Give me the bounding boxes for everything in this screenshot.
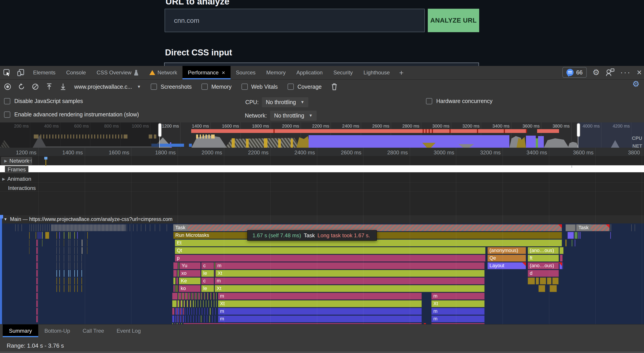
flame-sliver (216, 300, 217, 307)
tooltip-warning: Long task took 1.67 s. (318, 232, 370, 239)
flame-sliver (29, 247, 30, 254)
flame-sliver (193, 316, 194, 322)
flame-sliver (214, 293, 215, 300)
flame-bar[interactable]: Xt (216, 270, 484, 277)
flame-bar[interactable]: m (218, 316, 422, 322)
flame-sliver (203, 300, 204, 307)
flame-bar[interactable]: m (218, 308, 422, 315)
flame-sliver (194, 308, 194, 315)
flame-bar[interactable]: (anonymous) (488, 247, 526, 254)
flame-sliver (198, 293, 200, 300)
flame-bar[interactable]: Yu (180, 262, 200, 269)
flame-sliver (44, 224, 44, 231)
flame-bar[interactable]: le (201, 270, 214, 277)
flame-sliver (210, 308, 211, 315)
flame-sliver (38, 232, 38, 239)
flame-bar[interactable]: (ano…ous) (528, 247, 559, 254)
flame-bar (176, 285, 176, 292)
flame-bar[interactable]: le (201, 285, 214, 292)
flame-bar[interactable]: c (201, 278, 214, 284)
flame-sliver (87, 232, 88, 239)
flame-bar[interactable]: m (218, 293, 422, 300)
flame-sliver (130, 224, 130, 231)
flame-sliver (198, 316, 199, 322)
flame-sliver (177, 300, 178, 307)
flame-bar[interactable]: m (215, 262, 484, 269)
flame-bar (547, 278, 552, 284)
flame-bar[interactable]: (ano…ous) (528, 262, 559, 269)
flame-sliver (196, 308, 197, 315)
flame-sliver (145, 224, 146, 231)
flame-bar[interactable]: Xt (218, 300, 422, 307)
flame-sliver (166, 224, 167, 231)
flame-bar[interactable]: Task (576, 224, 610, 231)
flame-bar[interactable]: m (215, 278, 484, 284)
flame-sliver (202, 308, 202, 315)
flame-sliver (201, 293, 202, 300)
flame-sliver (196, 293, 197, 300)
flame-bar[interactable]: ko (179, 285, 200, 292)
flame-bar[interactable]: p (175, 255, 486, 262)
flame-bar (45, 232, 49, 239)
flame-sliver (38, 224, 39, 231)
flame-sliver (68, 285, 69, 292)
flame-bar[interactable]: xo (179, 270, 200, 277)
flame-bar[interactable]: Qt (175, 247, 486, 254)
flame-bar[interactable]: Qe (488, 255, 526, 262)
flame-sliver (200, 300, 201, 307)
flame-sliver (70, 285, 70, 292)
flame-bar[interactable]: m (431, 316, 484, 322)
flame-bar[interactable]: Xt (431, 300, 484, 307)
flame-chart[interactable]: TaskTaskRun MicrotasksEtQt(anonymous)(an… (0, 0, 644, 353)
flame-sliver (40, 224, 41, 231)
flame-sliver (206, 300, 206, 307)
flame-sliver (36, 285, 38, 292)
flame-sliver (68, 247, 69, 254)
flame-sliver (77, 270, 78, 277)
flame-sliver (206, 316, 207, 322)
flame-sliver (64, 270, 64, 277)
flame-sliver (179, 293, 181, 300)
flame-sliver (37, 224, 37, 231)
flame-sliver (187, 300, 188, 307)
flame-bar (178, 270, 179, 277)
flame-bar[interactable]: c (201, 262, 214, 269)
flame-sliver (59, 240, 60, 246)
flame-bar[interactable]: Ke (179, 278, 200, 284)
flame-bar[interactable]: Xt (215, 285, 484, 292)
flame-sliver (198, 293, 198, 300)
flame-bar[interactable]: m (431, 308, 484, 315)
flame-bar[interactable]: ft (528, 255, 559, 262)
flame-sliver (74, 255, 75, 262)
flame-sliver (74, 232, 75, 239)
flame-sliver (192, 308, 192, 315)
flame-sliver (576, 224, 576, 231)
flame-bar[interactable]: Layout (488, 262, 526, 269)
flame-sliver (204, 293, 204, 300)
flame-bar (568, 232, 574, 239)
flame-bar (540, 278, 546, 284)
flame-sliver (141, 224, 141, 231)
flame-bar[interactable]: d (528, 270, 559, 277)
flame-sliver (179, 316, 180, 322)
flame-sliver (610, 224, 610, 231)
flame-sliver (126, 224, 127, 231)
flame-bar (431, 323, 484, 324)
flame-bar[interactable]: m (431, 293, 484, 300)
flame-sliver (36, 270, 38, 277)
flame-sliver (74, 262, 75, 269)
flame-sliver (30, 224, 30, 231)
flame-sliver (56, 278, 57, 284)
flame-sliver (77, 240, 78, 246)
flame-sliver (68, 240, 69, 246)
flame-sliver (211, 300, 212, 307)
flame-sliver (82, 270, 82, 277)
flame-sliver (87, 247, 88, 254)
flame-bar (215, 270, 215, 277)
flame-sliver (70, 247, 70, 254)
flame-sliver (155, 224, 155, 231)
flame-bar (566, 224, 575, 231)
flame-sliver (172, 308, 174, 315)
flame-sliver (36, 240, 38, 246)
flame-sliver (36, 255, 38, 262)
